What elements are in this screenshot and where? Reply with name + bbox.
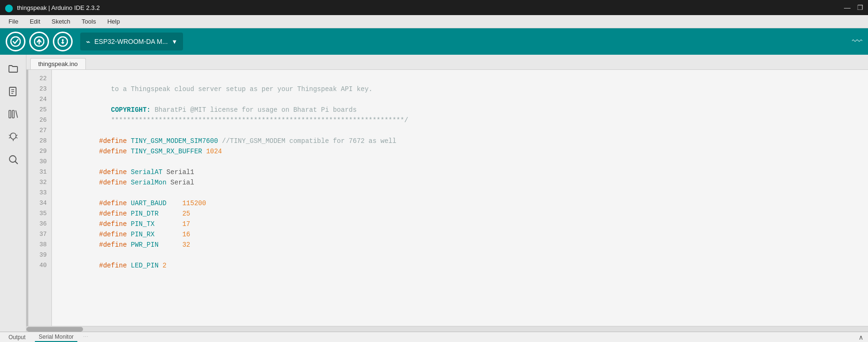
usb-icon: ⌁ bbox=[86, 37, 91, 46]
code-line-39: #define LED_PIN 2 bbox=[59, 250, 868, 260]
menu-sketch[interactable]: Sketch bbox=[47, 17, 75, 26]
sidebar-search-icon[interactable] bbox=[3, 149, 24, 170]
debugger-button[interactable] bbox=[53, 32, 73, 51]
upload-button[interactable] bbox=[29, 32, 49, 51]
tab-thingspeak[interactable]: thingspeak.ino bbox=[30, 58, 86, 69]
svg-line-15 bbox=[16, 137, 17, 138]
output-tab[interactable]: Output bbox=[5, 333, 29, 342]
expand-panel-button[interactable]: ∧ bbox=[859, 334, 863, 341]
menu-help[interactable]: Help bbox=[102, 17, 125, 26]
scrollbar-thumb[interactable] bbox=[26, 327, 83, 332]
code-line-27: #define TINY_GSM_MODEM_SIM7600 //TINY_GS… bbox=[59, 125, 868, 136]
menu-edit[interactable]: Edit bbox=[25, 17, 45, 26]
minimize-button[interactable]: — bbox=[844, 4, 851, 11]
board-selector[interactable]: ⌁ ESP32-WROOM-DA M... ▼ bbox=[80, 33, 183, 50]
board-dropdown-arrow[interactable]: ▼ bbox=[172, 38, 178, 45]
serial-monitor-tab[interactable]: Serial Monitor bbox=[35, 333, 77, 342]
code-line-24: COPYRIGHT: BharatPi @MIT license for usa… bbox=[59, 94, 868, 105]
toolbar: ⌁ ESP32-WROOM-DA M... ▼ 〰 bbox=[0, 28, 868, 55]
sidebar-sketchbook-icon[interactable] bbox=[3, 81, 24, 102]
svg-line-13 bbox=[9, 137, 10, 138]
code-line-40 bbox=[59, 260, 868, 271]
tab-bar: thingspeak.ino bbox=[26, 55, 868, 70]
sidebar bbox=[0, 55, 26, 332]
svg-point-4 bbox=[62, 39, 64, 41]
code-line-22: to a Thingspeak cloud server setup as pe… bbox=[59, 74, 868, 84]
app-title: thingspeak | Arduino IDE 2.3.2 bbox=[17, 4, 100, 11]
sidebar-library-icon[interactable] bbox=[3, 104, 24, 125]
app-logo: ⬤ bbox=[5, 3, 13, 12]
svg-line-18 bbox=[15, 162, 17, 164]
title-bar: ⬤ thingspeak | Arduino IDE 2.3.2 — ❐ bbox=[0, 0, 868, 15]
menu-bar: File Edit Sketch Tools Help bbox=[0, 15, 868, 28]
verify-button[interactable] bbox=[6, 32, 25, 51]
editor-area: thingspeak.ino 22 23 24 25 26 27 28 29 3… bbox=[26, 55, 868, 332]
sidebar-folder-icon[interactable] bbox=[3, 58, 24, 79]
menu-tools[interactable]: Tools bbox=[77, 17, 100, 26]
line-numbers: 22 23 24 25 26 27 28 29 30 31 32 33 34 3… bbox=[28, 70, 52, 326]
svg-point-0 bbox=[11, 37, 20, 46]
code-content[interactable]: to a Thingspeak cloud server setup as pe… bbox=[52, 70, 868, 326]
code-editor[interactable]: 22 23 24 25 26 27 28 29 30 31 32 33 34 3… bbox=[26, 70, 868, 326]
board-name: ESP32-WROOM-DA M... bbox=[94, 38, 168, 45]
main-layout: thingspeak.ino 22 23 24 25 26 27 28 29 3… bbox=[0, 55, 868, 332]
sidebar-debug-icon[interactable] bbox=[3, 126, 24, 147]
code-line-33: #define UART_BAUD 115200 bbox=[59, 188, 868, 198]
maximize-button[interactable]: ❐ bbox=[857, 4, 863, 11]
svg-rect-11 bbox=[12, 110, 14, 118]
code-line-30: #define SerialAT Serial1 bbox=[59, 157, 868, 167]
svg-rect-10 bbox=[9, 110, 11, 118]
horizontal-scrollbar[interactable] bbox=[26, 326, 868, 332]
menu-file[interactable]: File bbox=[4, 17, 23, 26]
serial-plotter-icon[interactable]: 〰 bbox=[852, 35, 862, 48]
bottom-panel: Output Serial Monitor ⋯ ∧ bbox=[0, 332, 868, 342]
window-controls[interactable]: — ❐ bbox=[844, 4, 863, 11]
